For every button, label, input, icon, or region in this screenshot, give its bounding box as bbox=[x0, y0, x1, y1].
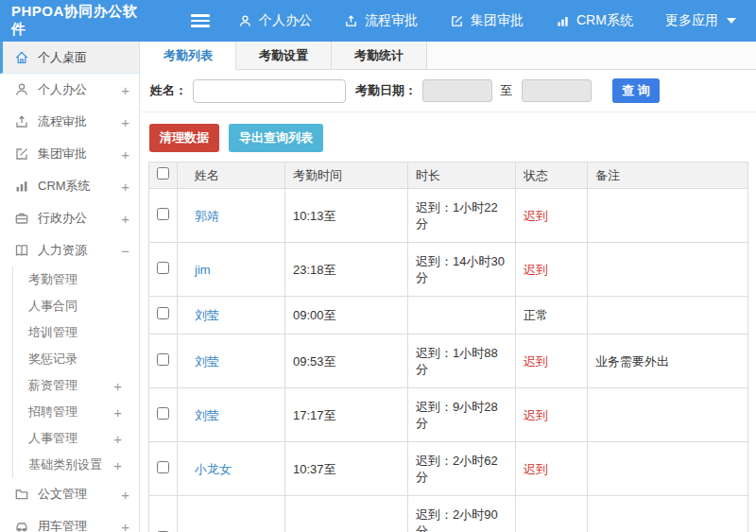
sidebar-item-document-management[interactable]: 公文管理 + bbox=[0, 478, 139, 510]
home-icon bbox=[14, 50, 29, 65]
sidebar-item-label: 薪资管理 bbox=[28, 377, 113, 394]
tab-attendance-settings[interactable]: 考勤设置 bbox=[236, 42, 332, 69]
status-badge: 迟到 bbox=[516, 335, 588, 388]
employee-name-link[interactable]: jim bbox=[195, 263, 211, 277]
col-header-time: 考勤时间 bbox=[285, 163, 408, 189]
attendance-time: 23:18至 bbox=[285, 243, 408, 297]
sidebar-item-workflow-approval[interactable]: 流程审批 + bbox=[0, 106, 139, 138]
employee-name-link[interactable]: 刘莹 bbox=[195, 408, 219, 422]
sidebar-item-label: 人事合同 bbox=[28, 298, 122, 315]
car-icon bbox=[14, 519, 29, 532]
status-badge: 正常 bbox=[516, 297, 588, 335]
search-button[interactable]: 查 询 bbox=[612, 78, 660, 103]
workflow-icon bbox=[14, 114, 29, 129]
collapse-minus-icon[interactable]: − bbox=[121, 243, 129, 259]
sidebar-item-group-approval[interactable]: 集团审批 + bbox=[0, 138, 139, 170]
expand-plus-icon[interactable]: + bbox=[121, 114, 129, 130]
sidebar-item-personal-desktop[interactable]: 个人桌面 bbox=[0, 42, 139, 74]
sidebar-subitem-reward-punishment[interactable]: 奖惩记录 bbox=[13, 346, 139, 372]
expand-plus-icon[interactable]: + bbox=[113, 378, 122, 394]
col-header-name: 姓名 bbox=[178, 163, 285, 189]
workflow-icon bbox=[344, 14, 358, 28]
date-to-input[interactable] bbox=[522, 79, 592, 102]
nav-item-group-approval[interactable]: 集团审批 bbox=[450, 12, 524, 29]
status-badge: 迟到 bbox=[516, 442, 588, 496]
edit-icon bbox=[450, 14, 464, 28]
remark-cell: 1111 bbox=[588, 496, 748, 532]
sidebar-item-label: 流程审批 bbox=[38, 113, 121, 130]
sidebar-item-label: 奖惩记录 bbox=[28, 351, 122, 368]
row-checkbox[interactable] bbox=[157, 307, 169, 319]
tab-attendance-statistics[interactable]: 考勤统计 bbox=[332, 42, 427, 69]
action-bar: 清理数据 导出查询列表 bbox=[141, 112, 756, 162]
select-all-checkbox[interactable] bbox=[157, 167, 169, 180]
employee-name-link[interactable]: 郭靖 bbox=[195, 209, 219, 223]
attendance-time: 17:17至 bbox=[285, 388, 408, 442]
row-checkbox[interactable] bbox=[157, 208, 169, 220]
employee-name-link[interactable]: 刘莹 bbox=[195, 354, 219, 369]
bar-chart-icon bbox=[14, 179, 29, 194]
sidebar-item-label: 基础类别设置 bbox=[28, 456, 113, 473]
nav-item-personal-office[interactable]: 个人办公 bbox=[238, 12, 312, 29]
export-list-button[interactable]: 导出查询列表 bbox=[229, 124, 323, 152]
expand-plus-icon[interactable]: + bbox=[113, 457, 122, 473]
expand-plus-icon[interactable]: + bbox=[121, 519, 129, 532]
menu-toggle-icon[interactable] bbox=[191, 14, 210, 27]
employee-name-link[interactable]: 刘莹 bbox=[195, 308, 219, 322]
duration-cell: 迟到：1小时88分 bbox=[408, 335, 516, 388]
expand-plus-icon[interactable]: + bbox=[121, 487, 129, 503]
sidebar-item-label: 用车管理 bbox=[38, 518, 121, 532]
table-row: 刘莹 17:17至 迟到：9小时28分 迟到 bbox=[149, 388, 748, 442]
user-icon bbox=[14, 82, 29, 97]
nav-item-workflow-approval[interactable]: 流程审批 bbox=[344, 12, 418, 29]
clean-data-button[interactable]: 清理数据 bbox=[149, 124, 219, 152]
search-form: 姓名： 考勤日期： 至 查 询 bbox=[141, 70, 756, 112]
sidebar-subitem-salary-management[interactable]: 薪资管理 + bbox=[13, 372, 139, 399]
row-checkbox[interactable] bbox=[157, 407, 169, 420]
row-checkbox[interactable] bbox=[157, 353, 169, 366]
sidebar-subitem-personnel-management[interactable]: 人事管理 + bbox=[13, 425, 139, 452]
remark-cell bbox=[588, 297, 748, 335]
status-badge: 迟到 bbox=[516, 388, 588, 442]
nav-item-crm[interactable]: CRM系统 bbox=[556, 12, 633, 29]
duration-cell: 迟到：9小时28分 bbox=[408, 388, 516, 442]
col-header-duration: 时长 bbox=[408, 163, 516, 189]
expand-plus-icon[interactable]: + bbox=[113, 431, 122, 447]
expand-plus-icon[interactable]: + bbox=[113, 404, 122, 420]
tab-attendance-list[interactable]: 考勤列表 bbox=[141, 42, 236, 70]
row-checkbox[interactable] bbox=[157, 461, 169, 473]
sidebar-subitem-base-category-settings[interactable]: 基础类别设置 + bbox=[13, 452, 139, 478]
sidebar-item-hr[interactable]: 人力资源 − bbox=[0, 234, 139, 266]
sidebar-subitem-recruit-management[interactable]: 招聘管理 + bbox=[13, 399, 139, 425]
table-row: 郭靖 10:13至 迟到：1小时22分 迟到 bbox=[149, 189, 748, 243]
app-title: PHPOA协同办公软件 bbox=[0, 3, 142, 39]
nav-item-more-apps[interactable]: 更多应用 bbox=[665, 12, 736, 29]
expand-plus-icon[interactable]: + bbox=[121, 146, 129, 163]
user-icon bbox=[238, 14, 252, 28]
duration-cell: 迟到：14小时30分 bbox=[408, 243, 516, 297]
attendance-time: 10:13至 bbox=[285, 189, 408, 243]
attendance-time: 09:00至 bbox=[285, 297, 408, 335]
sidebar-subitem-training-management[interactable]: 培训管理 bbox=[13, 319, 139, 346]
sidebar-item-label: 人力资源 bbox=[38, 242, 121, 259]
sidebar-subitem-hr-contract[interactable]: 人事合同 bbox=[13, 293, 139, 319]
row-checkbox[interactable] bbox=[157, 262, 169, 274]
date-from-input[interactable] bbox=[422, 79, 492, 102]
remark-cell: 业务需要外出 bbox=[588, 335, 748, 388]
sidebar-item-crm[interactable]: CRM系统 + bbox=[0, 170, 139, 202]
sidebar: 个人桌面 个人办公 + 流程审批 + 集团审批 + CRM系统 + 行政办公 +… bbox=[0, 42, 140, 532]
name-input[interactable] bbox=[193, 79, 346, 103]
expand-plus-icon[interactable]: + bbox=[121, 179, 129, 195]
sidebar-item-label: 考勤管理 bbox=[28, 271, 122, 288]
duration-cell: 迟到：2小时62分 bbox=[408, 442, 516, 496]
expand-plus-icon[interactable]: + bbox=[121, 211, 129, 227]
sidebar-item-label: 招聘管理 bbox=[28, 403, 113, 420]
sidebar-item-admin-office[interactable]: 行政办公 + bbox=[0, 202, 139, 234]
table-row: 刘莹 09:53至 迟到：1小时88分 迟到 业务需要外出 bbox=[149, 335, 748, 388]
sidebar-item-personal-office[interactable]: 个人办公 + bbox=[0, 74, 139, 106]
sidebar-item-vehicle-management[interactable]: 用车管理 + bbox=[0, 510, 139, 532]
main-content: 考勤列表 考勤设置 考勤统计 姓名： 考勤日期： 至 查 询 清理数据 导出查询… bbox=[141, 42, 756, 532]
employee-name-link[interactable]: 小龙女 bbox=[195, 462, 232, 476]
expand-plus-icon[interactable]: + bbox=[121, 82, 129, 98]
sidebar-subitem-attendance-management[interactable]: 考勤管理 bbox=[13, 266, 139, 293]
